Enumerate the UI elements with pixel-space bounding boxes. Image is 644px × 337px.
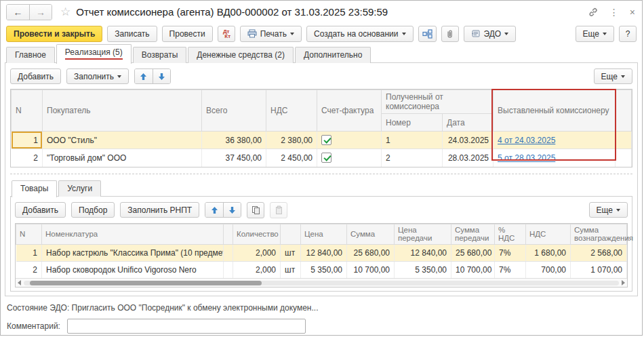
col-header-transfer-sum[interactable]: Сумма передачи — [451, 224, 495, 244]
window-menu-icon[interactable]: ⋮ — [609, 7, 619, 18]
number-cell[interactable]: 1 — [382, 132, 443, 149]
issued-invoice-link[interactable]: 4 от 24.03.2025 — [498, 136, 555, 145]
pick-button[interactable]: Подбор — [71, 202, 115, 218]
move-down-button[interactable] — [223, 203, 241, 217]
fee-cell[interactable]: 1 070,00 — [571, 261, 627, 278]
qty-cell[interactable]: 2,000 — [233, 261, 281, 278]
col-header-sum[interactable]: Сумма — [347, 224, 395, 244]
unit-cell[interactable]: шт — [281, 244, 301, 261]
vat-cell[interactable]: 2 450,00 — [266, 149, 317, 167]
table-row[interactable]: 2 Набор сковородок Unifico Vigoroso Nero… — [16, 261, 627, 278]
sum-cell[interactable]: 25 680,00 — [347, 244, 395, 261]
edo-status-message[interactable]: Пригласить ООО "Посредник" к обмену элек… — [72, 303, 319, 313]
vat-cell[interactable]: 700,00 — [526, 261, 571, 278]
attachments-button[interactable] — [441, 26, 459, 42]
scroll-left-icon[interactable] — [18, 280, 21, 285]
vat-cell[interactable]: 1 680,00 — [526, 244, 571, 261]
tab-realization[interactable]: Реализация (5) — [56, 44, 132, 64]
tab-additional[interactable]: Дополнительно — [295, 47, 371, 63]
related-documents-button[interactable] — [418, 26, 437, 42]
back-button[interactable]: ← — [7, 5, 29, 20]
buyer-cell[interactable]: ООО "Стиль" — [43, 132, 202, 149]
col-header-n[interactable]: N — [12, 90, 43, 132]
goods-more-button[interactable]: Еще — [589, 202, 628, 218]
col-header-qty[interactable]: Количество — [233, 224, 281, 244]
add-item-button[interactable]: Добавить — [15, 202, 66, 218]
save-button[interactable]: Записать — [107, 26, 157, 42]
invoice-checkbox-icon[interactable] — [321, 135, 331, 145]
help-button[interactable]: ? — [619, 26, 637, 42]
price-cell[interactable]: 5 350,00 — [301, 261, 347, 278]
col-header-item[interactable]: Номенклатура — [42, 224, 224, 244]
table-row[interactable]: 1 Набор кастрюль "Классика Прима" (10 пр… — [16, 244, 627, 261]
col-header-price[interactable]: Цена — [301, 224, 347, 244]
move-up-button[interactable] — [135, 69, 153, 83]
realization-more-button[interactable]: Еще — [594, 68, 632, 84]
copy-rows-button[interactable] — [247, 202, 264, 218]
col-header-unit[interactable] — [281, 224, 301, 244]
dtkt-postings-button[interactable]: ДтКт — [218, 26, 235, 42]
date-cell[interactable]: 24.03.2025 — [443, 132, 494, 149]
unit-cell[interactable]: шт — [281, 261, 301, 278]
item-cell[interactable]: Набор кастрюль "Классика Прима" (10 пред… — [42, 244, 224, 261]
table-row[interactable]: 1 ООО "Стиль" 36 380,00 2 380,00 1 24.03… — [12, 132, 632, 149]
sum-cell[interactable]: 10 700,00 — [347, 261, 395, 278]
vat-cell[interactable]: 2 380,00 — [266, 132, 317, 149]
qty-cell[interactable]: 2,000 — [233, 244, 281, 261]
invoice-cell[interactable] — [317, 149, 382, 167]
move-up-button[interactable] — [205, 203, 223, 217]
col-header-received[interactable]: Полученный от комиссионера — [382, 90, 494, 114]
row-number-cell[interactable]: 1 — [16, 244, 42, 261]
col-header-total[interactable]: Всего — [202, 90, 266, 132]
create-based-on-button[interactable]: Создать на основании — [306, 26, 414, 42]
total-cell[interactable]: 37 450,00 — [202, 149, 266, 167]
transfer-price-cell[interactable]: 12 840,00 — [395, 244, 451, 261]
move-down-button[interactable] — [153, 69, 170, 83]
favorite-star-icon[interactable]: ☆ — [60, 5, 71, 19]
post-button[interactable]: Провести — [162, 26, 213, 42]
fee-cell[interactable]: 2 568,00 — [571, 244, 627, 261]
total-cell[interactable]: 36 380,00 — [202, 132, 266, 149]
edo-button[interactable]: ЭДО — [464, 26, 517, 42]
fill-button[interactable]: Заполнить — [66, 68, 129, 84]
col-header-number[interactable]: Номер — [382, 114, 443, 132]
issued-cell[interactable]: 5 от 28.03.2025 — [494, 149, 616, 167]
table-row[interactable]: 2 "Торговый дом" ООО 37 450,00 2 450,00 … — [12, 149, 632, 167]
price-cell[interactable]: 12 840,00 — [301, 244, 347, 261]
horizontal-scrollbar[interactable] — [16, 278, 627, 287]
transfer-price-cell[interactable]: 5 350,00 — [395, 261, 451, 278]
tab-goods[interactable]: Товары — [12, 180, 57, 197]
forward-button[interactable]: → — [29, 5, 52, 20]
invoice-cell[interactable] — [317, 132, 382, 149]
row-number-cell[interactable]: 2 — [16, 261, 42, 278]
col-header-date[interactable]: Дата — [443, 114, 494, 132]
buyer-cell[interactable]: "Торговый дом" ООО — [43, 149, 202, 167]
number-cell[interactable]: 2 — [382, 149, 443, 167]
scrollbar-track[interactable] — [24, 281, 619, 285]
transfer-sum-cell[interactable]: 25 680,00 — [451, 244, 495, 261]
col-header-transfer-price[interactable]: Цена передачи — [395, 224, 451, 244]
col-header-fee[interactable]: Сумма вознаграждения — [571, 224, 627, 244]
scroll-right-icon[interactable] — [622, 280, 625, 285]
col-header-vat[interactable]: НДС — [526, 224, 571, 244]
col-header-vat[interactable]: НДС — [266, 90, 317, 132]
col-header-invoice[interactable]: Счет-фактура — [317, 90, 382, 132]
row-number-cell[interactable]: 2 — [12, 149, 43, 167]
tab-services[interactable]: Услуги — [58, 180, 101, 197]
vat-rate-cell[interactable]: 7% — [495, 244, 526, 261]
date-cell[interactable]: 28.03.2025 — [443, 149, 494, 167]
row-number-cell[interactable]: 1 — [12, 132, 43, 149]
col-header-buyer[interactable]: Покупатель — [43, 90, 202, 132]
col-header-issued[interactable]: Выставленный комиссионеру — [494, 90, 616, 132]
tab-returns[interactable]: Возвраты — [133, 47, 187, 63]
tab-cash[interactable]: Денежные средства (2) — [188, 47, 294, 63]
vat-rate-cell[interactable]: 7% — [495, 261, 526, 278]
item-cell[interactable]: Набор сковородок Unifico Vigoroso Nero — [42, 261, 224, 278]
scrollbar-thumb[interactable] — [30, 281, 262, 285]
col-header-n[interactable]: N — [16, 224, 42, 244]
print-button[interactable]: Печать — [240, 26, 302, 42]
transfer-sum-cell[interactable]: 10 700,00 — [451, 261, 495, 278]
fill-rnpt-button[interactable]: Заполнить РНПТ — [120, 202, 199, 218]
get-link-icon[interactable] — [588, 7, 599, 18]
close-icon[interactable]: × — [630, 7, 635, 18]
